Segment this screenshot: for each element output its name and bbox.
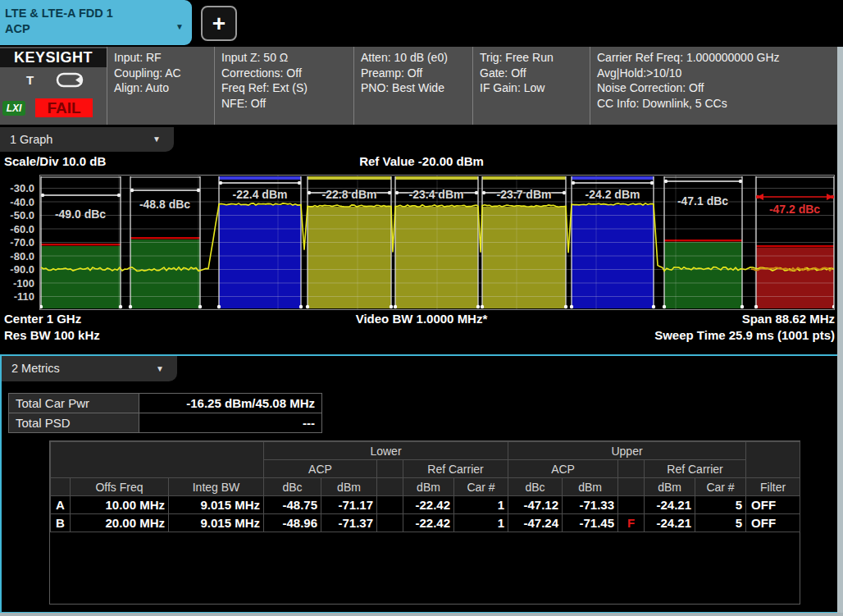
upper-ref-car-num: 5: [695, 514, 746, 532]
col-header-dbm: dBm: [321, 478, 377, 496]
col-header-dbc: dBc: [508, 478, 563, 496]
y-tick-label: -30.0: [0, 182, 34, 195]
group-header-lower: Lower: [264, 442, 508, 460]
lower-ref-car-num: 1: [454, 514, 508, 532]
measurement-tab-meas: ACP: [5, 21, 192, 37]
marker-label-carrier-2: -22.8 dBm: [322, 188, 377, 201]
settings-col-meas[interactable]: Carrier Ref Freq: 1.000000000 GHz Avg|Ho…: [590, 47, 837, 125]
setting-line: Input Z: 50 Ω: [221, 50, 353, 66]
setting-line: Trig: Free Run: [480, 50, 590, 66]
setting-line: CC Info: Downlink, 5 CCs: [597, 96, 837, 112]
marker-label-upper-b-fail: -47.2 dBc: [769, 203, 820, 216]
col-header-dbm: dBm: [563, 478, 618, 496]
span-readout[interactable]: Span 88.62 MHz: [742, 312, 835, 326]
settings-col-corrections[interactable]: Input Z: 50 Ω Corrections: Off Freq Ref:…: [214, 47, 353, 125]
offset-a-result-row[interactable]: A 10.00 MHz 9.015 MHz -48.75 -71.17 -22.…: [51, 496, 800, 514]
col-header-filter: Filter: [746, 478, 800, 496]
keysight-logo: KEYSIGHT: [0, 48, 107, 67]
add-tab-button[interactable]: +: [201, 6, 237, 41]
settings-col-input[interactable]: Input: RF Coupling: AC Align: Auto: [107, 47, 214, 125]
trigger-indicator: T: [26, 73, 34, 87]
col-header-dbc: dBc: [264, 478, 321, 496]
y-tick-label: -60.0: [0, 223, 34, 236]
y-tick-label: -110: [0, 290, 34, 303]
y-tick-label: -50.0: [0, 209, 34, 222]
lower-acp-dbm: -71.17: [321, 496, 377, 514]
settings-col-atten[interactable]: Atten: 10 dB (e0) Preamp: Off PNO: Best …: [353, 47, 472, 125]
marker-label-carrier-3: -23.4 dBm: [409, 188, 464, 201]
ref-value-readout[interactable]: Ref Value -20.00 dBm: [0, 154, 843, 168]
video-bw-readout[interactable]: Video BW 1.0000 MHz*: [0, 312, 843, 326]
upper-ref-dbm: -24.21: [645, 496, 695, 514]
fail-indicator: FAIL: [35, 98, 93, 117]
setting-line: Freq Ref: Ext (S): [221, 80, 353, 96]
upper-ref-car-num: 5: [695, 496, 746, 514]
table-column-header-row: Offs Freq Integ BW dBc dBm dBm Car # dBc…: [51, 478, 800, 496]
metrics-view-selector[interactable]: 2 Metrics ▼: [2, 356, 177, 381]
setting-line: Atten: 10 dB (e0): [361, 50, 472, 66]
marker-label-lower-b: -49.0 dBc: [55, 208, 106, 221]
metrics-window: 2 Metrics ▼ Total Car Pwr -16.25 dBm/45.…: [0, 354, 843, 614]
total-car-pwr-label: Total Car Pwr: [9, 394, 139, 413]
group-header-upper: Upper: [508, 442, 746, 460]
setting-line: Coupling: AC: [114, 66, 214, 81]
table-row: Total PSD ---: [9, 413, 322, 433]
y-tick-label: -100: [0, 277, 34, 290]
total-psd-label: Total PSD: [9, 413, 139, 433]
subheader-acp-lower: ACP: [264, 460, 377, 478]
upper-ref-dbm: -24.21: [645, 514, 695, 532]
setting-line: PNO: Best Wide: [361, 80, 472, 96]
table-spacer-cell: [746, 442, 800, 478]
offs-freq-value: 10.00 MHz: [71, 496, 169, 514]
spectrum-plot[interactable]: -49.0 dBc -48.8 dBc -22.4 dBm -22.8 dBm …: [39, 175, 835, 310]
graph-window: 1 Graph ▼ Scale/Div 10.0 dB Ref Value -2…: [0, 125, 843, 354]
marker-label-carrier-1: -22.4 dBm: [233, 188, 288, 201]
col-header-offs-freq: Offs Freq: [71, 478, 169, 496]
graph-view-selector[interactable]: 1 Graph ▼: [0, 127, 174, 152]
acp-results-table-container: Lower Upper ACP Ref Carrier ACP Ref Carr…: [49, 440, 800, 605]
measurement-tab-mode: LTE & LTE-A FDD 1: [5, 6, 192, 21]
settings-header: KEYSIGHT T LXI FAIL Input: RF Coupling: …: [0, 47, 843, 125]
screen-edge-bottom: [0, 613, 843, 616]
upper-fail-flag: F: [618, 514, 645, 532]
table-group-header-row: Lower Upper: [51, 442, 800, 460]
settings-col-trigger[interactable]: Trig: Free Run Gate: Off IF Gain: Low: [472, 47, 590, 125]
res-bw-readout[interactable]: Res BW 100 kHz: [4, 328, 100, 342]
plus-icon: +: [212, 11, 226, 36]
marker-label-carrier-5: -24.2 dBm: [586, 188, 640, 201]
filter-state: OFF: [746, 514, 800, 532]
y-tick-label: -90.0: [0, 263, 34, 276]
setting-line: Gate: Off: [480, 66, 590, 81]
lxi-badge: LXI: [2, 101, 25, 116]
setting-line: Carrier Ref Freq: 1.000000000 GHz: [597, 50, 837, 66]
tab-bar: LTE & LTE-A FDD 1 ACP ▼ +: [0, 0, 843, 47]
upper-acp-dbm: -71.33: [563, 496, 618, 514]
table-row: Total Car Pwr -16.25 dBm/45.08 MHz: [9, 394, 322, 413]
table-spacer-cell: [618, 460, 645, 478]
setting-line: Avg|Hold:>10/10: [597, 66, 837, 81]
subheader-ref-lower: Ref Carrier: [403, 460, 508, 478]
upper-acp-dbm: -71.45: [563, 514, 618, 532]
y-tick-label: -80.0: [0, 250, 34, 263]
integ-bw-value: 9.015 MHz: [169, 496, 264, 514]
power-summary-table: Total Car Pwr -16.25 dBm/45.08 MHz Total…: [8, 393, 322, 433]
sweep-time-readout[interactable]: Sweep Time 25.9 ms (1001 pts): [654, 328, 835, 342]
subheader-acp-upper: ACP: [508, 460, 618, 478]
table-spacer-cell: [51, 478, 71, 496]
col-header-ref-dbm: dBm: [645, 478, 695, 496]
dropdown-arrow-icon: ▼: [156, 356, 164, 381]
total-car-pwr-value: -16.25 dBm/45.08 MHz: [139, 394, 322, 413]
measurement-tab[interactable]: LTE & LTE-A FDD 1 ACP ▼: [0, 0, 192, 45]
offset-b-result-row[interactable]: B 20.00 MHz 9.015 MHz -48.96 -71.37 -22.…: [51, 514, 800, 532]
setting-line: Noise Correction: Off: [597, 80, 837, 96]
table-corner-cell: [51, 442, 264, 478]
lower-ref-dbm: -22.42: [403, 496, 454, 514]
upper-acp-dbc: -47.12: [508, 496, 563, 514]
upper-fail-flag: [618, 496, 645, 514]
upper-acp-dbc: -47.24: [508, 514, 563, 532]
col-header-flag: [618, 478, 645, 496]
metrics-view-selector-label: 2 Metrics: [11, 362, 60, 375]
graph-view-selector-label: 1 Graph: [10, 133, 52, 146]
offset-id: A: [51, 496, 71, 514]
offset-id: B: [51, 514, 71, 532]
